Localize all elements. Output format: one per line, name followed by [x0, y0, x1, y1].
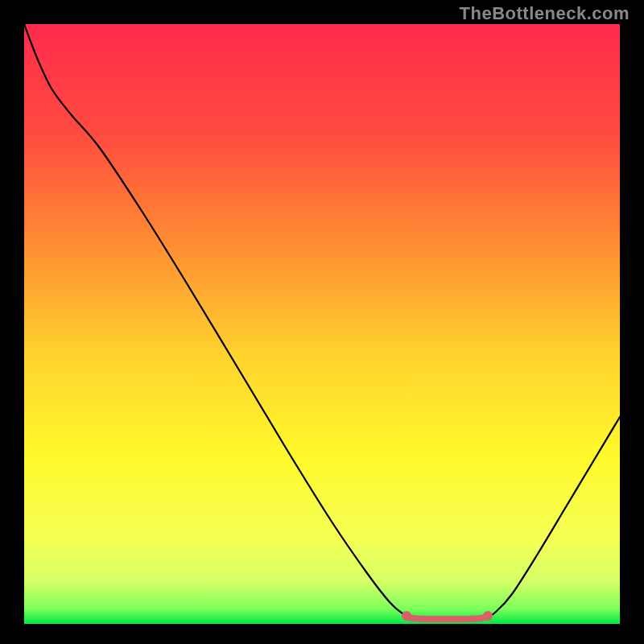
chart-container: { "watermark": "TheBottleneck.com", "cha…: [0, 0, 644, 644]
plot-background: [24, 24, 620, 624]
svg-point-1: [483, 611, 493, 621]
watermark-text: TheBottleneck.com: [460, 3, 630, 24]
svg-point-0: [402, 611, 411, 621]
chart-svg: [0, 0, 644, 644]
